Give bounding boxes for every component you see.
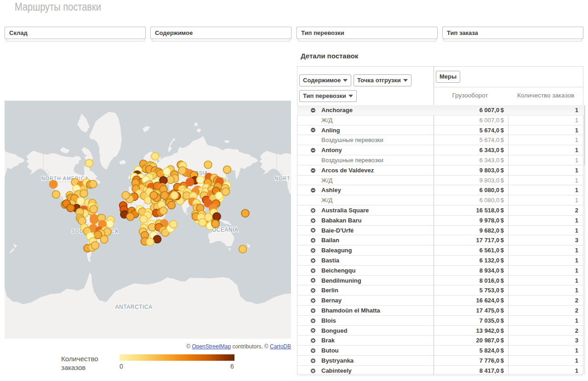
svg-text:NORTH AMERICA: NORTH AMERICA bbox=[41, 176, 89, 181]
svg-text:NORTH AMERICA: NORTH AMERICA bbox=[275, 176, 291, 181]
svg-text:ANTARCTICA: ANTARCTICA bbox=[115, 304, 153, 310]
